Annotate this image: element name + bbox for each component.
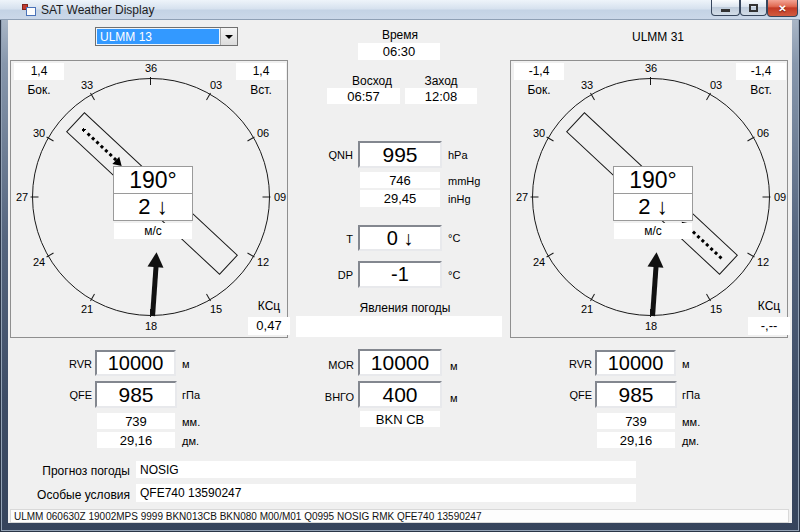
compass-label-24: 24 [27,256,51,268]
mor-value[interactable]: 10000 [358,349,442,376]
rvr-unit: м [182,358,190,370]
compass-label-12: 12 [751,256,775,268]
cloudbase-unit: м [450,392,458,404]
maximize-icon [749,4,758,12]
compass-label-30: 30 [527,127,551,139]
dewpoint-unit: °C [448,269,460,281]
special-conditions-label: Особые условия [28,488,130,502]
temperature-unit: °C [448,232,460,244]
compass-label-30: 30 [27,127,51,139]
wind-arrow-shaft [150,266,158,316]
title-bar[interactable]: SAT Weather Display [0,0,800,20]
compass-label-18: 18 [639,320,663,332]
rvr-label: RVR [48,358,92,370]
dewpoint-value[interactable]: -1 [358,261,442,288]
time-value[interactable]: 06:30 [358,43,440,60]
cloudbase-value[interactable]: 400 [358,381,442,408]
friction-coefficient-value[interactable]: 0,47 [248,317,290,335]
compass-label-12: 12 [251,256,275,268]
qfe-mm-value: 739 [97,413,175,429]
crosswind-label: Бок. [514,83,564,97]
app-window: SAT Weather Display ✕ ULMM 13 ULMM 31 1,… [0,0,800,532]
sunset-value[interactable]: 12:08 [405,88,477,104]
compass-label-06: 06 [251,127,275,139]
compass-label-33: 33 [575,79,599,91]
rvr-unit: м [682,358,690,370]
friction-coefficient-label: КСц [248,299,290,313]
special-conditions-field[interactable]: QFE740 13590247 [136,484,636,502]
compass-label-15: 15 [704,303,728,315]
qfe-label: QFE [548,389,592,401]
maximize-button[interactable] [740,0,767,16]
qfe-mm-value: 739 [597,413,675,429]
compass-label-09: 09 [768,191,792,203]
dewpoint-label: DP [321,269,353,281]
crosswind-value: 1,4 [14,63,64,80]
time-label: Время [350,28,450,42]
headwind-label: Вст. [236,83,286,97]
wind-readout: 190° 2 ↓ [613,166,693,221]
metar-status-bar: ULMM 060630Z 19002MPS 9999 BKN013CB BKN0… [10,509,789,523]
cloudbase-label: ВНГО [312,391,354,403]
wind-readout: 190° 2 ↓ [113,166,193,221]
temperature-value[interactable]: 0 ↓ [358,225,442,251]
friction-coefficient-value[interactable]: -,-- [748,317,790,335]
mor-label: MOR [316,359,354,371]
client-area: ULMM 13 ULMM 31 1,4 Бок. 1,4 Вст. [8,20,792,523]
phenomena-label: Явления погоды [338,301,472,315]
compass-label-18: 18 [139,320,163,332]
app-icon-window [26,7,36,16]
qnh-hpa-value[interactable]: 995 [358,141,442,168]
minimize-button[interactable] [711,0,740,16]
runway-select-dropdown-button[interactable] [220,28,237,45]
wind-direction-value: 190° [614,167,692,194]
in-unit: дм. [682,435,699,447]
temperature-label: T [321,233,353,245]
qfe-unit: гПа [682,389,700,401]
inhg-unit: inHg [448,193,471,205]
compass-panel-ulmm31: -1,4 Бок. -1,4 Вст. 36 03 06 09 12 15 18… [510,60,788,338]
chevron-down-icon [225,35,233,39]
runway-select-value: ULMM 13 [96,28,220,45]
qfe-in-value: 29,16 [597,432,675,448]
qfe-value[interactable]: 985 [95,381,177,408]
compass-label-15: 15 [204,303,228,315]
in-unit: дм. [182,435,199,447]
close-button[interactable]: ✕ [767,0,798,17]
phenomena-field[interactable] [296,316,502,337]
rvr-value[interactable]: 10000 [595,350,676,376]
close-icon: ✕ [778,3,786,14]
compass-label-09: 09 [268,191,292,203]
wind-speed-unit: м/с [614,223,692,239]
mm-unit: мм. [682,416,700,428]
right-panel-title: ULMM 31 [598,30,718,44]
forecast-field[interactable]: NOSIG [136,461,636,478]
qfe-unit: гПа [182,389,200,401]
compass-label-36: 36 [139,62,163,74]
compass-label-21: 21 [75,303,99,315]
sunset-label: Заход [402,74,480,88]
qfe-value[interactable]: 985 [595,381,677,408]
rvr-label: RVR [548,358,592,370]
wind-direction-value: 190° [114,167,192,194]
window-title: SAT Weather Display [41,3,154,17]
headwind-value: 1,4 [236,63,286,80]
mor-unit: м [450,360,458,372]
compass-label-21: 21 [575,303,599,315]
runway-select[interactable]: ULMM 13 [95,27,238,46]
wind-speed-unit: м/с [114,223,192,239]
wind-speed-value: 2 ↓ [114,194,192,220]
qfe-label: QFE [48,389,92,401]
wind-speed-value: 2 ↓ [614,194,692,220]
compass-panel-ulmm13: 1,4 Бок. 1,4 Вст. 36 03 06 09 12 15 18 2… [10,60,288,338]
compass-label-06: 06 [751,127,775,139]
crosswind-label: Бок. [14,83,64,97]
friction-coefficient-label: КСц [748,299,790,313]
qnh-inhg-value: 29,45 [360,190,440,207]
mm-unit: мм. [182,416,200,428]
compass-label-03: 03 [204,79,228,91]
compass-label-36: 36 [639,62,663,74]
sunrise-value[interactable]: 06:57 [327,88,400,104]
rvr-value[interactable]: 10000 [95,350,176,376]
compass-label-24: 24 [527,256,551,268]
